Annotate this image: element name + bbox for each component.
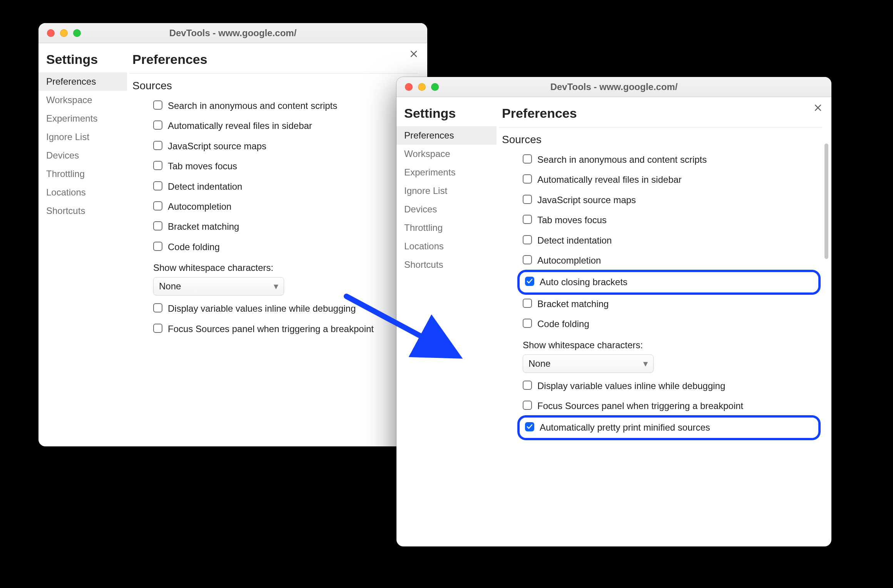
- option-row[interactable]: Tab moves focus: [520, 210, 818, 230]
- sidebar-item-throttling[interactable]: Throttling: [38, 165, 127, 183]
- option-row[interactable]: Detect indentation: [150, 177, 414, 197]
- preferences-panel: Preferences Sources Search in anonymous …: [127, 43, 427, 446]
- option-label: Focus Sources panel when triggering a br…: [537, 400, 743, 412]
- checkbox[interactable]: [523, 299, 532, 308]
- option-label: Bracket matching: [537, 298, 609, 310]
- sidebar-item-throttling[interactable]: Throttling: [396, 219, 497, 237]
- whitespace-select[interactable]: None ▾: [153, 277, 284, 296]
- zoom-window-icon[interactable]: [73, 29, 81, 37]
- option-row[interactable]: Automatically reveal files in sidebar: [520, 170, 818, 190]
- option-label: Auto closing brackets: [540, 276, 627, 288]
- devtools-window-after: DevTools - www.google.com/ Settings Pref…: [396, 77, 831, 546]
- option-label: Display variable values inline while deb…: [168, 302, 356, 315]
- checkbox[interactable]: [523, 255, 532, 264]
- option-label: JavaScript source maps: [537, 194, 636, 206]
- option-row[interactable]: Search in anonymous and content scripts: [150, 96, 414, 116]
- sidebar-item-experiments[interactable]: Experiments: [38, 109, 127, 128]
- chevron-down-icon: ▾: [643, 358, 648, 369]
- scroll-thumb[interactable]: [824, 144, 828, 259]
- sidebar-item-locations[interactable]: Locations: [396, 237, 497, 256]
- sidebar-item-devices[interactable]: Devices: [38, 146, 127, 165]
- sidebar-item-preferences[interactable]: Preferences: [38, 72, 127, 91]
- option-row[interactable]: Display variable values inline while deb…: [520, 376, 818, 396]
- option-row[interactable]: Autocompletion: [150, 197, 414, 217]
- checkbox[interactable]: [523, 154, 532, 164]
- sidebar-item-devices[interactable]: Devices: [396, 200, 497, 219]
- scrollbar[interactable]: [824, 144, 829, 541]
- close-window-icon[interactable]: [47, 29, 55, 37]
- sidebar-item-ignore-list[interactable]: Ignore List: [396, 182, 497, 200]
- option-label: Code folding: [537, 318, 589, 330]
- sidebar-item-locations[interactable]: Locations: [38, 183, 127, 202]
- sidebar-item-label: Ignore List: [404, 185, 447, 196]
- option-row[interactable]: Bracket matching: [150, 217, 414, 237]
- sidebar-item-workspace[interactable]: Workspace: [396, 145, 497, 163]
- sidebar-item-label: Experiments: [404, 167, 455, 177]
- sidebar-item-ignore-list[interactable]: Ignore List: [38, 128, 127, 146]
- settings-title: Settings: [396, 103, 497, 126]
- whitespace-value: None: [528, 358, 550, 369]
- option-label: Search in anonymous and content scripts: [168, 100, 337, 112]
- checkbox[interactable]: [153, 324, 162, 333]
- option-row[interactable]: JavaScript source maps: [150, 136, 414, 156]
- checkbox[interactable]: [523, 235, 532, 244]
- checkbox[interactable]: [525, 277, 534, 286]
- checkbox[interactable]: [153, 141, 162, 150]
- option-row[interactable]: Bracket matching: [520, 294, 818, 314]
- option-row[interactable]: Tab moves focus: [150, 156, 414, 176]
- checkbox[interactable]: [523, 401, 532, 410]
- option-row[interactable]: Display variable values inline while deb…: [150, 299, 414, 319]
- window-title: DevTools - www.google.com/: [396, 82, 831, 92]
- sidebar-item-workspace[interactable]: Workspace: [38, 91, 127, 109]
- checkbox[interactable]: [523, 319, 532, 328]
- option-label: Code folding: [168, 241, 220, 253]
- whitespace-select[interactable]: None ▾: [523, 354, 654, 373]
- minimize-window-icon[interactable]: [60, 29, 68, 37]
- option-label: Automatically reveal files in sidebar: [168, 120, 312, 132]
- option-row[interactable]: Autocompletion: [520, 251, 818, 271]
- checkbox[interactable]: [153, 201, 162, 210]
- checkbox[interactable]: [153, 221, 162, 231]
- chevron-down-icon: ▾: [274, 281, 278, 292]
- whitespace-value: None: [159, 281, 181, 292]
- titlebar[interactable]: DevTools - www.google.com/: [396, 77, 831, 97]
- minimize-window-icon[interactable]: [418, 83, 426, 91]
- checkbox[interactable]: [523, 174, 532, 184]
- devtools-window-before: DevTools - www.google.com/ Settings Pref…: [38, 23, 427, 446]
- close-window-icon[interactable]: [405, 83, 413, 91]
- option-row[interactable]: Automatically reveal files in sidebar: [150, 116, 414, 136]
- sidebar-item-label: Preferences: [46, 76, 96, 87]
- option-row[interactable]: JavaScript source maps: [520, 190, 818, 210]
- sidebar-item-label: Devices: [46, 150, 79, 160]
- checkbox[interactable]: [523, 215, 532, 224]
- checkbox[interactable]: [153, 100, 162, 110]
- option-row[interactable]: Focus Sources panel when triggering a br…: [150, 319, 414, 339]
- checkbox[interactable]: [525, 422, 534, 431]
- checkbox[interactable]: [153, 161, 162, 170]
- sidebar-item-shortcuts[interactable]: Shortcuts: [396, 256, 497, 274]
- option-label: Automatically reveal files in sidebar: [537, 174, 682, 186]
- option-row[interactable]: Automatically pretty print minified sour…: [520, 418, 818, 438]
- sidebar-item-label: Devices: [404, 204, 437, 214]
- window-controls: [38, 29, 81, 37]
- sidebar-item-experiments[interactable]: Experiments: [396, 163, 497, 182]
- option-row[interactable]: Auto closing brackets: [520, 272, 818, 292]
- checkbox[interactable]: [153, 303, 162, 312]
- option-row[interactable]: Code folding: [150, 237, 414, 257]
- checkbox[interactable]: [153, 242, 162, 251]
- checkbox[interactable]: [523, 381, 532, 390]
- option-row[interactable]: Detect indentation: [520, 231, 818, 251]
- zoom-window-icon[interactable]: [431, 83, 439, 91]
- option-row[interactable]: Search in anonymous and content scripts: [520, 150, 818, 170]
- sidebar-item-label: Experiments: [46, 113, 97, 124]
- option-row[interactable]: Focus Sources panel when triggering a br…: [520, 396, 818, 416]
- checkbox[interactable]: [153, 181, 162, 190]
- checkbox[interactable]: [153, 120, 162, 130]
- option-label: Automatically pretty print minified sour…: [540, 421, 710, 434]
- sidebar-item-preferences[interactable]: Preferences: [396, 126, 497, 145]
- checkbox[interactable]: [523, 195, 532, 204]
- titlebar[interactable]: DevTools - www.google.com/: [38, 23, 427, 43]
- option-row[interactable]: Code folding: [520, 314, 818, 334]
- sidebar-item-shortcuts[interactable]: Shortcuts: [38, 202, 127, 220]
- sidebar-item-label: Shortcuts: [404, 259, 443, 270]
